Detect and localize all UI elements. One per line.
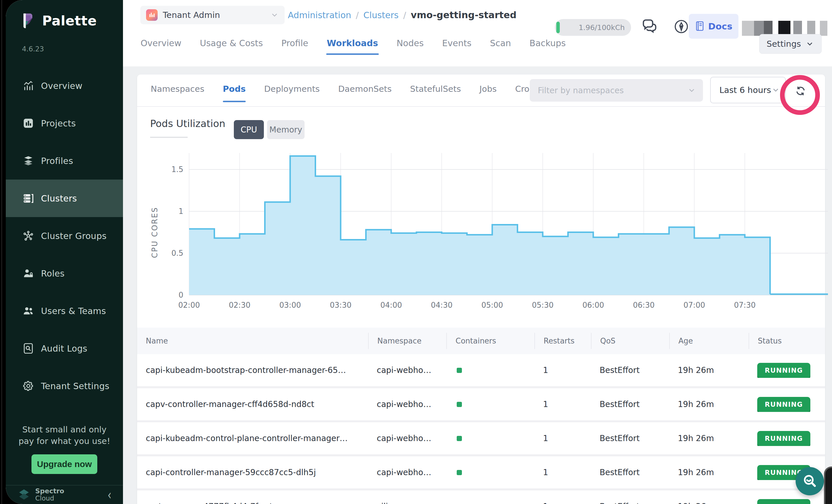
subtab-daemonsets[interactable]: DaemonSets: [338, 75, 391, 103]
container-status-square: [457, 402, 462, 407]
pod-age: 19h 26m: [669, 366, 749, 375]
breadcrumb-link[interactable]: Administration: [288, 10, 351, 20]
pod-namespace: capi-webho…: [368, 468, 446, 477]
memory-toggle-button[interactable]: Memory: [267, 120, 305, 139]
sidebar-item-roles[interactable]: Roles: [6, 255, 123, 292]
table-row[interactable]: capi-controller-manager-59ccc87cc5-dlh5j…: [137, 456, 825, 488]
sidebar-item-label: Tenant Settings: [41, 381, 109, 391]
container-status-square: [457, 436, 462, 441]
sidebar-item-audit-logs[interactable]: Audit Logs: [6, 330, 123, 367]
palette-logo-icon: [19, 11, 37, 30]
settings-button[interactable]: Settings: [759, 34, 822, 54]
namespace-filter-input[interactable]: Filter by namespaces: [530, 79, 703, 102]
sidebar-item-clusters[interactable]: Clusters: [6, 180, 123, 217]
projects-icon: [22, 117, 35, 130]
redacted-block: [778, 21, 790, 36]
table-row[interactable]: capi-kubeadm-control-plane-controller-ma…: [137, 422, 825, 454]
column-header-restarts[interactable]: Restarts: [535, 333, 591, 349]
cpu-toggle-button[interactable]: CPU: [234, 120, 264, 139]
docs-label: Docs: [708, 21, 732, 31]
column-header-name[interactable]: Name: [137, 333, 368, 349]
column-header-containers[interactable]: Containers: [446, 333, 535, 349]
sidebar-item-overview[interactable]: Overview: [6, 67, 123, 105]
svg-text:06:00: 06:00: [582, 301, 604, 310]
table-header: NameNamespaceContainersRestartsQoSAgeSta…: [137, 328, 825, 354]
svg-text:06:30: 06:30: [633, 301, 655, 310]
palette-logo[interactable]: Palette: [19, 11, 97, 30]
usage-progress-indicator: [556, 22, 560, 33]
sidebar-item-label: Audit Logs: [41, 344, 87, 353]
subtab-namespaces[interactable]: Namespaces: [151, 75, 204, 103]
table-row[interactable]: capv-controller-manager-cff4d658d-nd8ctc…: [137, 388, 825, 420]
pod-qos: BestEffort: [591, 502, 669, 504]
time-range-select[interactable]: Last 6 hours: [710, 77, 786, 103]
upgrade-now-button[interactable]: Upgrade now: [31, 454, 97, 474]
tab-usage-costs[interactable]: Usage & Costs: [200, 32, 263, 54]
subtab-jobs[interactable]: Jobs: [479, 75, 497, 103]
pod-restarts: 1: [535, 433, 591, 443]
promo-text: Start small and only pay for what you us…: [18, 424, 110, 447]
tab-workloads[interactable]: Workloads: [327, 32, 378, 54]
sidebar-item-label: Cluster Groups: [41, 231, 106, 241]
pod-containers: [446, 366, 535, 375]
table-rows: capi-kubeadm-bootstrap-controller-manage…: [137, 354, 825, 504]
pod-qos: BestEffort: [591, 399, 669, 409]
compass-explore-icon[interactable]: [673, 19, 690, 36]
refresh-button[interactable]: [790, 82, 811, 100]
sidebar-item-profiles[interactable]: Profiles: [6, 142, 123, 180]
status-badge: RUNNING: [757, 431, 810, 446]
background-window-corner: [824, 467, 832, 504]
svg-text:07:00: 07:00: [684, 301, 705, 310]
status-badge: RUNNING: [757, 363, 810, 378]
svg-text:07:30: 07:30: [734, 301, 756, 310]
sidebar-item-cluster-groups[interactable]: Cluster Groups: [6, 217, 123, 255]
sidebar-item-tenant-settings[interactable]: Tenant Settings: [6, 367, 123, 405]
pod-restarts: 1: [535, 399, 591, 409]
container-status-square: [457, 368, 462, 373]
app-version: 4.6.23: [22, 45, 44, 53]
workloads-panel: NamespacesPodsDeploymentsDaemonSetsState…: [137, 75, 825, 504]
tab-events[interactable]: Events: [442, 32, 472, 54]
tab-profile[interactable]: Profile: [282, 32, 308, 54]
sidebar-item-label: Roles: [41, 268, 65, 278]
breadcrumb-link[interactable]: Clusters: [363, 10, 399, 20]
column-header-status[interactable]: Status: [749, 333, 825, 349]
table-row[interactable]: capi-kubeadm-bootstrap-controller-manage…: [137, 354, 825, 386]
tenant-scope-selector[interactable]: Tenant Admin: [140, 6, 285, 24]
tab-scan[interactable]: Scan: [490, 32, 511, 54]
status-badge: RUNNING: [757, 499, 810, 504]
sidebar-item-users-teams[interactable]: Users & Teams: [6, 292, 123, 330]
support-chat-button[interactable]: [796, 467, 824, 495]
tab-overview[interactable]: Overview: [140, 32, 181, 54]
redacted-user-info: [742, 21, 827, 36]
svg-text:0.5: 0.5: [172, 249, 183, 258]
spectro-cloud-brand: SpectroCloud: [17, 487, 64, 502]
subtab-statefulsets[interactable]: StatefulSets: [410, 75, 461, 103]
redacted-block: [754, 21, 764, 36]
svg-text:05:30: 05:30: [532, 301, 554, 310]
tab-backups[interactable]: Backups: [529, 32, 566, 54]
column-header-qos[interactable]: QoS: [591, 333, 669, 349]
tab-nodes[interactable]: Nodes: [397, 32, 424, 54]
pod-qos: BestEffort: [591, 433, 669, 443]
chat-feedback-icon[interactable]: [640, 17, 659, 37]
chevron-down-icon: [805, 39, 814, 48]
column-header-namespace[interactable]: Namespace: [368, 333, 446, 349]
status-badge: RUNNING: [757, 397, 810, 412]
users-teams-icon: [22, 304, 35, 317]
subtab-pods[interactable]: Pods: [223, 75, 246, 103]
usage-quota-pill[interactable]: 1.96/100kCh: [555, 19, 631, 36]
brand-line1: Spectro: [35, 487, 64, 495]
docs-button[interactable]: Docs: [689, 14, 738, 39]
sidebar-collapse-chevron[interactable]: ‹: [107, 487, 111, 503]
subtab-deployments[interactable]: Deployments: [264, 75, 320, 103]
svg-text:03:30: 03:30: [330, 301, 352, 310]
table-row[interactable]: cert-manager-4777fb4d4-7fwvtcilium…1Best…: [137, 490, 825, 504]
time-range-value: Last 6 hours: [720, 85, 771, 95]
pod-containers: [446, 399, 535, 409]
sidebar-item-projects[interactable]: Projects: [6, 105, 123, 142]
pod-restarts: 1: [535, 366, 591, 375]
column-header-age[interactable]: Age: [669, 333, 749, 349]
pod-age: 19h 26m: [669, 399, 749, 409]
container-status-square: [457, 470, 462, 475]
